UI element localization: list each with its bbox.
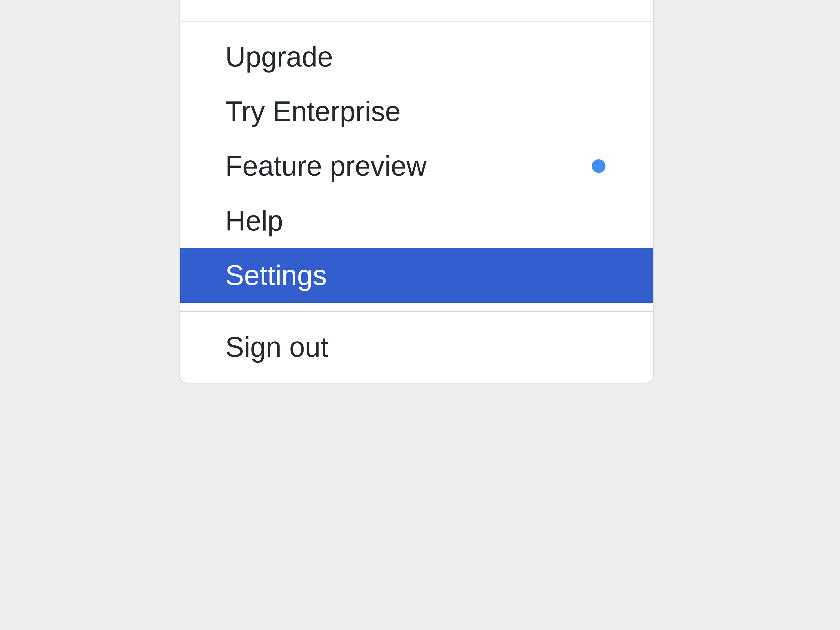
menu-item-settings[interactable]: Settings	[180, 248, 653, 303]
menu-item-label: Upgrade	[225, 37, 608, 77]
menu-section-signout: Sign out	[180, 311, 653, 383]
menu-item-label: Feature preview	[225, 147, 592, 186]
menu-item-upgrade[interactable]: Upgrade	[180, 30, 653, 84]
menu-section-top	[180, 0, 653, 21]
menu-item-label: Sign out	[225, 328, 608, 367]
menu-section-main: Upgrade Try Enterprise Feature preview H…	[180, 21, 653, 311]
indicator-dot-icon	[592, 159, 605, 173]
menu-item-label: Help	[225, 201, 608, 240]
menu-item-label: Settings	[225, 256, 608, 295]
menu-item-label: Try Enterprise	[225, 92, 608, 131]
menu-item-try-enterprise[interactable]: Try Enterprise	[180, 84, 653, 139]
dropdown-menu: Upgrade Try Enterprise Feature preview H…	[180, 0, 654, 384]
menu-item-help[interactable]: Help	[180, 194, 653, 248]
menu-item-signout[interactable]: Sign out	[180, 320, 653, 374]
menu-item-feature-preview[interactable]: Feature preview	[180, 139, 653, 193]
